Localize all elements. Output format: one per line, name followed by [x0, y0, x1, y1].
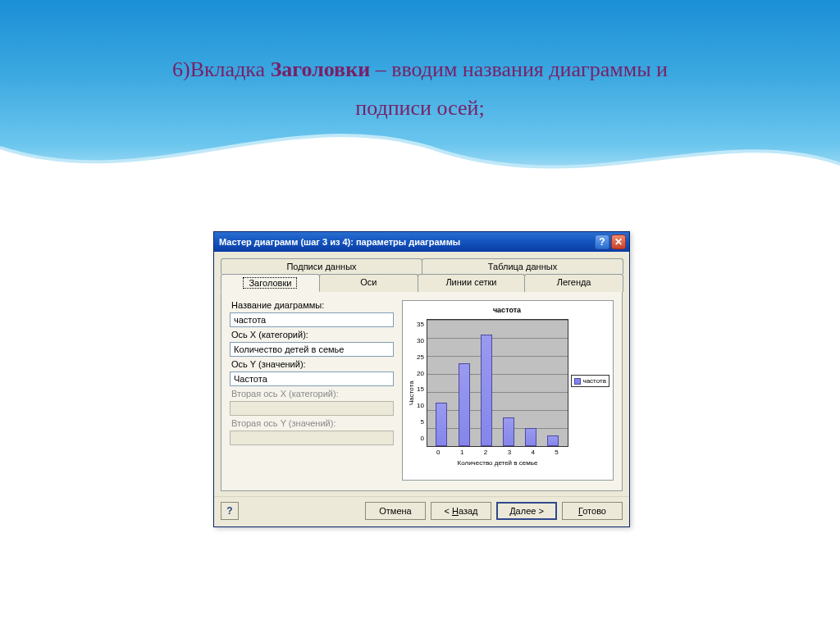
tab-strip: Подписи данных Таблица данных Заголовки … [221, 258, 623, 491]
input-chart-title[interactable] [230, 312, 394, 327]
slide-title-bold: Заголовки [271, 57, 370, 81]
tab-gridlines[interactable]: Линии сетки [418, 274, 526, 292]
chart-title: частота [406, 306, 608, 314]
tab-data-table[interactable]: Таблица данных [422, 258, 623, 274]
slide-title-line2: подписи осей; [355, 96, 484, 120]
slide-title-pre: 6)Вкладка [172, 57, 271, 81]
input-axis-x2 [230, 401, 394, 416]
chart-bar [525, 428, 536, 446]
chart-yticks: 35 30 25 20 15 10 5 0 [417, 319, 424, 442]
chart-preview: частота Частота 35 30 25 20 15 10 5 0 [402, 300, 614, 481]
dialog-title: Мастер диаграмм (шаг 3 из 4): параметры … [219, 237, 595, 247]
input-axis-y2 [230, 431, 394, 445]
label-chart-title: Название диаграммы: [230, 300, 394, 310]
chart-bar [481, 335, 492, 446]
back-button[interactable]: < Назад [431, 502, 491, 520]
dialog-body: Подписи данных Таблица данных Заголовки … [214, 252, 629, 496]
label-axis-y: Ось Y (значений): [230, 359, 394, 369]
next-button[interactable]: Далее > [496, 502, 557, 520]
tab-axes[interactable]: Оси [319, 274, 418, 292]
chart-wizard-dialog: Мастер диаграмм (шаг 3 из 4): параметры … [213, 231, 630, 527]
chart-bar [459, 363, 470, 446]
chart-bar [547, 435, 559, 446]
tab-legend[interactable]: Легенда [524, 274, 623, 292]
legend-swatch [574, 378, 581, 385]
chart-bar [436, 403, 447, 446]
chart-legend: частота [571, 375, 610, 387]
finish-button[interactable]: Готово [562, 502, 623, 520]
chart-xlabel: Количество детей в семье [427, 459, 568, 467]
tab-data-labels[interactable]: Подписи данных [221, 258, 422, 274]
slide-title-post: – вводим названия диаграммы и [370, 57, 668, 81]
slide-title: 6)Вкладка Заголовки – вводим названия ди… [0, 51, 840, 128]
legend-label: частота [583, 377, 607, 385]
titlebar[interactable]: Мастер диаграмм (шаг 3 из 4): параметры … [214, 232, 629, 252]
input-axis-x[interactable] [230, 342, 394, 357]
tab-page-titles: Название диаграммы: Ось X (категорий): О… [221, 291, 623, 491]
chart-plot-area [427, 319, 568, 447]
chart-xticks: 0 1 2 3 4 5 [427, 449, 568, 456]
dialog-button-row: ? Отмена < Назад Далее > Готово [214, 496, 629, 526]
input-axis-y[interactable] [230, 371, 394, 386]
chart-bar [503, 417, 514, 446]
context-help-button[interactable]: ? [221, 502, 239, 520]
close-icon[interactable]: ✕ [611, 235, 626, 249]
form-column: Название диаграммы: Ось X (категорий): О… [230, 300, 394, 481]
tab-titles[interactable]: Заголовки [221, 274, 320, 292]
label-axis-y2: Вторая ось Y (значений): [230, 418, 394, 428]
chart-ylabel: Частота [406, 319, 417, 467]
cancel-button[interactable]: Отмена [365, 502, 426, 520]
label-axis-x: Ось X (категорий): [230, 330, 394, 340]
label-axis-x2: Вторая ось X (категорий): [230, 389, 394, 399]
help-icon[interactable]: ? [595, 235, 609, 249]
